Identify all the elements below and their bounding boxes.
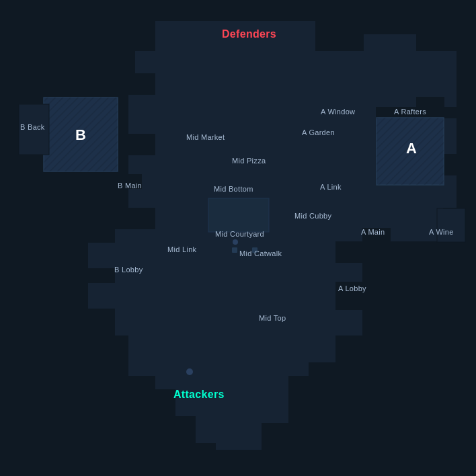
svg-rect-11	[252, 247, 257, 253]
svg-rect-9	[198, 202, 276, 252]
svg-point-12	[186, 368, 193, 375]
svg-rect-8	[437, 208, 465, 242]
svg-rect-3	[44, 97, 118, 171]
svg-rect-6	[19, 104, 49, 155]
svg-rect-5	[376, 118, 444, 185]
svg-point-13	[233, 239, 238, 245]
map-container: Defenders Attackers B A B Back B Main B …	[0, 0, 476, 476]
svg-rect-10	[232, 247, 237, 253]
